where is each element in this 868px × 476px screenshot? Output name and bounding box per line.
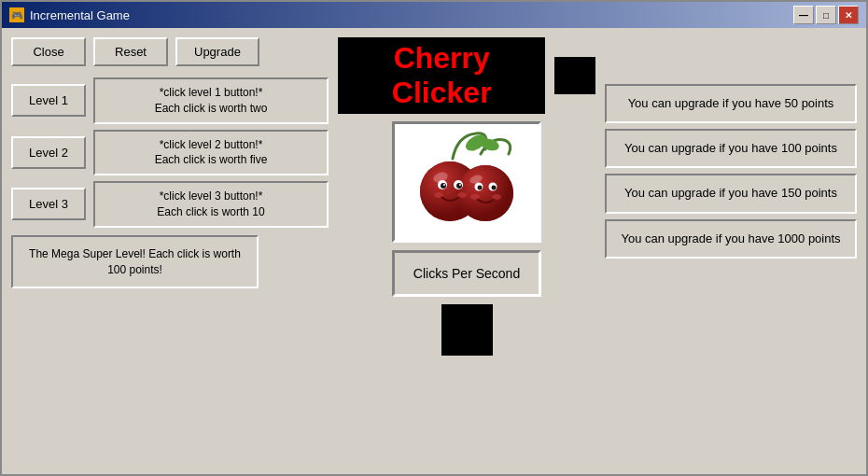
cps-label: Clicks Per Second: [413, 266, 520, 281]
minimize-button[interactable]: —: [793, 6, 814, 24]
upgrade-info-3: You can upgrade if you have 150 points: [605, 174, 857, 213]
svg-point-8: [441, 183, 446, 189]
score-box: [554, 57, 595, 94]
level-section: Level 1 *click level 1 button!*Each clic…: [11, 77, 329, 288]
left-panel: Close Reset Upgrade Level 1 *click level…: [11, 37, 329, 469]
window-close-button[interactable]: ✕: [838, 6, 859, 24]
upgrade-info-2: You can upgrade if you have 100 points: [605, 129, 857, 168]
svg-point-18: [470, 194, 480, 200]
cps-counter-box: [441, 304, 493, 356]
svg-point-16: [478, 186, 483, 190]
right-panel: You can upgrade if you have 50 points Yo…: [605, 37, 857, 469]
svg-point-13: [457, 192, 467, 198]
upgrade-info-4: You can upgrade if you have 1000 points: [605, 219, 857, 259]
level-3-description: *click level 3 button!*Each click is wor…: [93, 181, 329, 228]
close-button[interactable]: Close: [11, 37, 86, 66]
maximize-button[interactable]: □: [816, 6, 836, 24]
level-1-row: Level 1 *click level 1 button!*Each clic…: [11, 77, 329, 124]
right-panel-wrapper: You can upgrade if you have 50 points Yo…: [605, 37, 857, 469]
level-1-description: *click level 1 button!*Each click is wor…: [93, 77, 329, 124]
upgrade-info-1: You can upgrade if you have 50 points: [605, 84, 857, 123]
mega-level-description: The Mega Super Level! Each click is wort…: [11, 235, 259, 289]
app-icon: 🎮: [9, 7, 24, 22]
svg-point-5: [457, 165, 513, 221]
level-1-button[interactable]: Level 1: [11, 84, 86, 117]
level-3-button[interactable]: Level 3: [11, 188, 86, 220]
header-row: Cherry Clicker: [338, 37, 595, 114]
level-2-row: Level 2 *click level 2 button!*Each clic…: [11, 130, 329, 176]
top-buttons: Close Reset Upgrade: [11, 37, 329, 66]
svg-point-11: [459, 184, 461, 186]
svg-point-10: [443, 184, 445, 186]
title-bar: 🎮 Incremental Game — □ ✕: [2, 2, 866, 28]
svg-point-17: [492, 186, 497, 190]
level-3-row: Level 3 *click level 3 button!*Each clic…: [11, 181, 329, 228]
cherry-clicker-button[interactable]: [392, 121, 541, 243]
svg-point-12: [434, 192, 443, 198]
level-2-button[interactable]: Level 2: [11, 136, 86, 169]
center-panel: Cherry Clicker: [338, 37, 595, 469]
cherry-image: [401, 126, 532, 238]
main-content: Close Reset Upgrade Level 1 *click level…: [2, 28, 866, 476]
window-title: Incremental Game: [30, 8, 130, 22]
window-controls: — □ ✕: [793, 6, 859, 24]
svg-point-19: [492, 194, 501, 200]
game-title: Cherry Clicker: [338, 37, 545, 114]
upgrade-button[interactable]: Upgrade: [175, 37, 259, 66]
level-2-description: *click level 2 button!*Each click is wor…: [93, 130, 329, 176]
title-bar-left: 🎮 Incremental Game: [9, 7, 130, 22]
svg-point-9: [456, 183, 462, 189]
clicks-per-second-display: Clicks Per Second: [392, 250, 541, 297]
reset-button[interactable]: Reset: [93, 37, 168, 66]
